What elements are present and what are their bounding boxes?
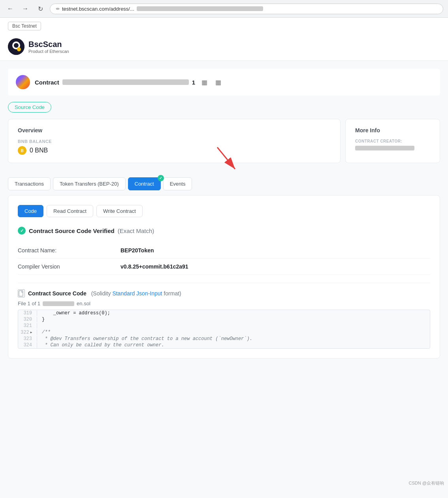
brand-name: BscScan [28,40,69,49]
address-bar[interactable]: ⇼ testnet.bscscan.com/address/... [50,4,443,14]
code-line-319: 319 _owner = address(0); [18,310,430,316]
source-code-section: Contract Source Code (Solidity Standard … [18,283,430,349]
line-content-324: * Can only be called by the current owne… [37,342,164,348]
page-header: Bsc Testnet BscScan Product of Etherscan [0,18,448,61]
contract-name-label: Contract Name: [18,247,120,254]
brand-text: BscScan Product of Etherscan [28,40,69,54]
verified-title: Contract Source Code Verified [29,227,115,234]
line-content-323: * @dev Transfers ownership of the contra… [37,336,252,342]
network-badge: Bsc Testnet [8,22,41,30]
contract-name-value: BEP20Token [120,247,154,254]
source-code-badge: Source Code [8,102,51,113]
tabs-row: Transactions Token Transfers (BEP-20) Co… [8,171,440,190]
brand-tagline: Product of Etherscan [28,49,69,54]
panels-row: Overview BNB BALANCE B 0 BNB More Info C… [8,119,440,163]
line-content-319: _owner = address(0); [37,310,110,316]
compiler-version-row: Compiler Version v0.8.25+commit.b61c2a91 [18,259,430,275]
url-text: testnet.bscscan.com/address/... [62,6,134,12]
line-num-320: 320 [18,317,37,322]
contract-panel: Code Read Contract Write Contract ✓ Cont… [8,195,440,359]
file-name-blurred [43,301,74,306]
contract-header: Contract 1 ▦ ▦ [8,69,440,96]
contract-label: Contract [35,79,59,86]
bnb-balance-value: B 0 BNB [18,146,331,155]
brand-logo-svg [8,38,24,55]
bnb-amount: 0 BNB [30,147,48,154]
more-info-panel: More Info CONTRACT CREATOR: [345,119,440,163]
verified-subtitle: (Exact Match) [118,227,154,234]
line-num-319: 319 [18,310,37,316]
contract-name-row: Contract Name: BEP20Token [18,242,430,259]
line-num-324: 324 [18,342,37,348]
line-content-321 [37,323,42,329]
tab-transactions[interactable]: Transactions [8,177,51,190]
contract-address-row: Contract 1 [35,79,195,86]
svg-point-2 [17,47,21,51]
network-badge-bar: Bsc Testnet [0,18,448,34]
tab-events[interactable]: Events [163,177,192,190]
annotation-row: Transactions Token Transfers (BEP-20) Co… [8,171,440,190]
creator-label: CONTRACT CREATOR: [355,139,430,143]
sub-tabs-row: Code Read Contract Write Contract [18,205,430,217]
verified-check-circle: ✓ [18,227,26,235]
code-line-324: 324 * Can only be called by the current … [18,342,430,348]
bnb-balance-label: BNB BALANCE [18,139,331,144]
sub-tab-code[interactable]: Code [18,205,43,217]
compiler-version-label: Compiler Version [18,263,120,270]
contract-address-blurred [62,79,189,85]
source-code-section-title: Contract Source Code [28,290,87,297]
qr-code-button[interactable]: ▦ [214,77,223,88]
contract-avatar [16,75,30,89]
code-line-320: 320 } [18,316,430,323]
svg-rect-5 [19,291,23,296]
source-code-header: Contract Source Code (Solidity Standard … [18,289,430,297]
bnb-coin-icon: B [18,146,26,155]
file-count: File 1 of 1 [18,301,40,306]
brand-logo [8,38,24,55]
copy-address-button[interactable]: ▦ [200,77,209,88]
line-content-322: /** [37,329,51,335]
browser-chrome: ← → ↻ ⇼ testnet.bscscan.com/address/... [0,0,448,18]
forward-button[interactable]: → [20,3,31,14]
sub-tab-read-contract[interactable]: Read Contract [47,205,93,217]
line-num-323: 323 [18,336,37,342]
verified-row: ✓ Contract Source Code Verified (Exact M… [18,227,430,235]
source-code-subtitle-prefix: (Solidity Standard Json-Input format) [90,290,181,297]
tab-contract-wrapper: Contract ✓ [128,177,161,190]
code-block: 319 _owner = address(0); 320 } 321 322 /… [18,310,430,349]
back-button[interactable]: ← [5,3,16,14]
url-blurred [137,6,263,11]
contract-verified-badge: ✓ [158,175,164,181]
sub-tab-write-contract[interactable]: Write Contract [96,205,143,217]
creator-address-row [355,146,430,150]
tab-token-transfers[interactable]: Token Transfers (BEP-20) [53,177,126,190]
site-icon: ⇼ [56,6,60,11]
main-content: Contract 1 ▦ ▦ Source Code Overview BNB … [0,61,448,366]
reload-button[interactable]: ↻ [35,3,46,14]
standard-json-link[interactable]: Standard Json-Input [112,290,162,297]
file-name-row: File 1 of 1 en.sol [18,301,430,306]
more-info-title: More Info [355,127,430,133]
file-extension: en.sol [77,301,90,306]
overview-panel: Overview BNB BALANCE B 0 BNB [8,119,341,163]
brand-bar: BscScan Product of Etherscan [0,34,448,60]
file-icon [18,289,25,297]
contract-address-suffix: 1 [192,79,195,86]
creator-address-blurred [355,146,414,150]
svg-point-0 [8,38,24,55]
code-line-321: 321 [18,323,430,329]
line-content-320: } [37,317,45,322]
tab-contract[interactable]: Contract [128,177,161,190]
line-num-322: 322 [18,329,37,335]
code-line-323: 323 * @dev Transfers ownership of the co… [18,336,430,342]
code-line-322: 322 /** [18,329,430,336]
file-svg-icon [19,290,24,297]
line-num-321: 321 [18,323,37,329]
overview-title: Overview [18,127,331,133]
compiler-version-value: v0.8.25+commit.b61c2a91 [120,263,188,270]
